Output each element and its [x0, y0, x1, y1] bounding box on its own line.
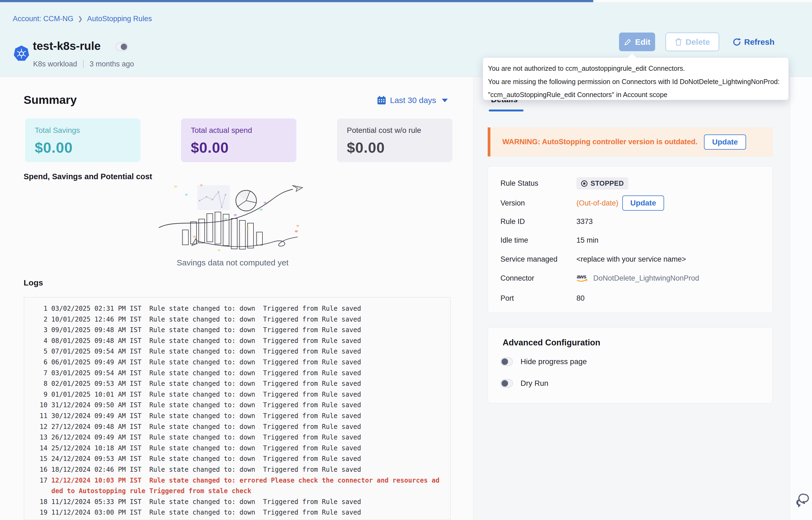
idle-time-row: Idle time 15 min	[500, 236, 598, 244]
chevron-down-icon	[442, 99, 448, 102]
divider	[83, 60, 83, 68]
kubernetes-icon	[14, 46, 29, 63]
support-chat-icon[interactable]	[796, 493, 810, 509]
breadcrumb-account[interactable]: Account: CCM-NG	[13, 15, 74, 23]
pencil-icon	[624, 38, 632, 46]
breadcrumb: Account: CCM-NG ❯ AutoStopping Rules	[13, 15, 152, 23]
refresh-button[interactable]: Refresh	[732, 36, 774, 48]
rule-status-row: Rule Status STOPPED	[500, 177, 628, 189]
edit-button[interactable]: Edit	[619, 32, 655, 51]
potential-cost-card: Potential cost w/o rule $0.00	[337, 119, 452, 162]
trash-icon	[675, 38, 682, 46]
card-label: Potential cost w/o rule	[347, 126, 443, 135]
toggle-knob	[121, 44, 127, 50]
summary-cards: Total Savings $0.00 Total actual spend $…	[25, 119, 452, 162]
log-line: 309/01/2025 09:48 AM IST Rule state chan…	[27, 325, 445, 336]
tooltip-line-2: You are missing the following permission…	[488, 78, 784, 86]
toggle-label: Hide progress page	[520, 357, 587, 366]
log-line: 1811/12/2024 05:33 PM IST Rule state cha…	[27, 497, 445, 508]
log-line: 507/01/2025 09:54 AM IST Rule state chan…	[27, 346, 445, 357]
autostopping-rule-page: Account: CCM-NG ❯ AutoStopping Rules tes…	[0, 0, 812, 520]
delete-label: Delete	[686, 37, 710, 47]
log-line: 408/01/2025 09:48 AM IST Rule state chan…	[27, 336, 445, 346]
rule-details-card: Rule Status STOPPED Version (Out-of-date…	[488, 166, 773, 313]
summary-heading: Summary	[24, 93, 77, 107]
card-label: Total Savings	[35, 126, 130, 135]
refresh-icon	[732, 37, 741, 47]
dry-run-toggle[interactable]	[500, 379, 513, 388]
savings-illustration	[156, 184, 309, 253]
log-line: 802/01/2025 09:53 AM IST Rule state chan…	[27, 379, 445, 389]
port-row: Port 80	[500, 294, 585, 303]
dry-run-toggle-row: Dry Run	[500, 379, 548, 388]
rule-id-value: 3373	[576, 217, 593, 226]
service-managed-row: Service managed <replace with your servi…	[500, 255, 686, 263]
log-line: 1130/12/2024 09:49 AM IST Rule state cha…	[27, 411, 445, 422]
warning-text: WARNING: AutoStopping controller version…	[502, 138, 697, 146]
log-line: 1326/12/2024 09:49 AM IST Rule state cha…	[27, 432, 445, 443]
total-savings-card: Total Savings $0.00	[25, 119, 140, 162]
status-text: STOPPED	[591, 180, 624, 187]
edit-label: Edit	[635, 37, 650, 47]
date-range-label: Last 30 days	[390, 96, 436, 105]
idle-time-value: 15 min	[576, 236, 598, 244]
log-line: 606/01/2025 09:49 AM IST Rule state chan…	[27, 357, 445, 368]
chart-heading: Spend, Savings and Potential cost	[24, 172, 152, 181]
log-line: 901/01/2025 10:01 AM IST Rule state chan…	[27, 389, 445, 400]
page-right-gutter	[790, 77, 812, 520]
version-row: Version (Out-of-date) Update	[500, 196, 664, 211]
total-spend-card: Total actual spend $0.00	[181, 119, 296, 162]
row-label: Rule ID	[500, 217, 576, 226]
hide-progress-toggle-row: Hide progress page	[500, 357, 587, 366]
delete-button[interactable]: Delete	[665, 32, 719, 51]
log-line: 1425/12/2024 10:18 AM IST Rule state cha…	[27, 443, 445, 454]
breadcrumb-page[interactable]: AutoStopping Rules	[87, 15, 152, 23]
advanced-configuration-heading: Advanced Configuration	[502, 338, 600, 347]
rule-enable-toggle[interactable]	[116, 43, 128, 51]
log-line: 210/01/2025 12:46 PM IST Rule state chan…	[27, 314, 445, 325]
row-label: Service managed	[500, 255, 576, 263]
toggle-label: Dry Run	[520, 379, 548, 388]
last-updated: 3 months ago	[90, 60, 134, 68]
date-range-selector[interactable]: Last 30 days	[377, 96, 448, 105]
svg-text:aws: aws	[577, 274, 587, 280]
log-line: 1618/12/2024 02:46 PM IST Rule state cha…	[27, 464, 445, 475]
connector-row: Connector aws DoNotDelete_LightwingNonPr…	[500, 274, 699, 283]
details-panel: Details WARNING: AutoStopping controller…	[473, 77, 790, 520]
stopped-icon	[581, 180, 588, 187]
refresh-label: Refresh	[744, 37, 774, 47]
log-line: 1524/12/2024 09:53 AM IST Rule state cha…	[27, 453, 445, 464]
controller-update-button[interactable]: Update	[704, 134, 746, 150]
log-line: 1712/12/2024 10:03 PM IST Rule state cha…	[27, 475, 445, 497]
tooltip-line-3: "ccm_autoStoppingRule_edit Connectors" i…	[488, 91, 784, 99]
chevron-right-icon: ❯	[78, 16, 83, 23]
page-title: test-k8s-rule	[33, 40, 101, 53]
log-line: 703/01/2025 09:54 AM IST Rule state chan…	[27, 368, 445, 379]
controller-warning-banner: WARNING: AutoStopping controller version…	[488, 127, 773, 156]
permission-tooltip: You are not authorized to ccm_autostoppi…	[483, 57, 789, 100]
card-value: $0.00	[347, 139, 443, 156]
version-update-button[interactable]: Update	[622, 196, 664, 211]
status-badge: STOPPED	[576, 177, 628, 189]
version-status: (Out-of-date)	[576, 199, 618, 207]
toggle-knob	[501, 380, 508, 387]
log-line: 1031/12/2024 09:50 AM IST Rule state cha…	[27, 400, 445, 411]
row-label: Connector	[500, 274, 576, 283]
tab-indicator	[489, 109, 523, 111]
calendar-icon	[377, 96, 387, 105]
connector-value: DoNotDelete_LightwingNonProd	[593, 274, 699, 283]
rule-id-row: Rule ID 3373	[500, 217, 593, 226]
empty-chart-text: Savings data not computed yet	[156, 258, 309, 267]
toggle-knob	[501, 358, 508, 365]
log-line: 1911/12/2024 03:00 PM IST Rule state cha…	[27, 507, 445, 518]
card-value: $0.00	[191, 139, 287, 156]
hide-progress-toggle[interactable]	[500, 357, 513, 366]
rule-subtitle: K8s workload 3 months ago	[33, 60, 134, 68]
advanced-configuration-card: Advanced Configuration Hide progress pag…	[488, 327, 773, 404]
port-value: 80	[576, 294, 585, 303]
row-label: Version	[500, 199, 576, 207]
row-label: Port	[500, 294, 576, 303]
row-label: Idle time	[500, 236, 576, 244]
service-managed-value: <replace with your service name>	[576, 255, 686, 263]
logs-box[interactable]: 103/02/2025 02:31 PM IST Rule state chan…	[24, 297, 450, 520]
